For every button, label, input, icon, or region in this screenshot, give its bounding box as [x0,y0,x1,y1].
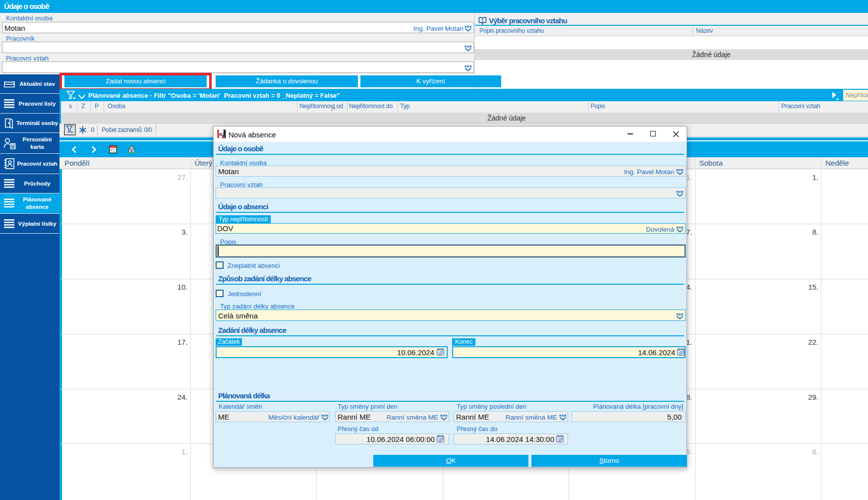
svg-text:K2: K2 [219,132,225,137]
